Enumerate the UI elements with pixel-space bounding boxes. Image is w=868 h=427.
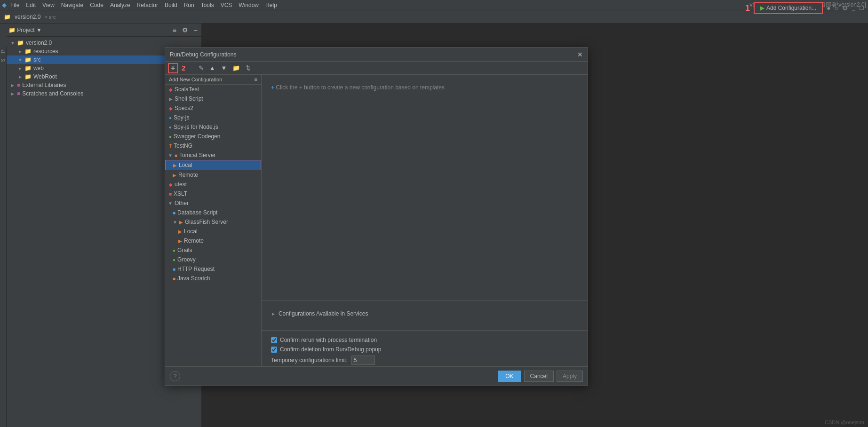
run-icon: ▶ bbox=[760, 5, 764, 11]
config-item-tomcat-local[interactable]: ▶ Local 3 bbox=[165, 160, 261, 170]
remove-config-button[interactable]: − bbox=[187, 63, 195, 72]
toolbar-move-button[interactable]: 📁 bbox=[231, 63, 242, 72]
checkbox-row-deletion[interactable]: Confirm deletion from Run/Debug popup bbox=[262, 345, 588, 354]
vtab-project[interactable]: P bbox=[0, 47, 7, 56]
separator-line bbox=[262, 300, 588, 301]
config-item-swagger[interactable]: ● Swagger Codegen bbox=[165, 132, 261, 141]
menu-help[interactable]: Help bbox=[263, 1, 280, 9]
config-item-http-request[interactable]: ■ HTTP Request bbox=[165, 264, 261, 274]
run-debug-dialog: Run/Debug Configurations ✕ + 2 − ✎ ▲ ▼ 📁… bbox=[165, 47, 588, 386]
config-available-section: ► Configurations Available in Services bbox=[262, 306, 588, 325]
config-item-utest[interactable]: ◆ utest bbox=[165, 180, 261, 189]
config-hint: + Click the + button to create a new con… bbox=[262, 75, 588, 100]
config-label: TestNG bbox=[174, 142, 192, 149]
config-available-header[interactable]: ► Configurations Available in Services bbox=[271, 310, 578, 317]
menu-navigate[interactable]: Navigate bbox=[58, 1, 86, 9]
confirm-deletion-checkbox[interactable] bbox=[271, 347, 277, 353]
config-list-panel: Add New Configuration ≡ ◆ ScalaTest ▶ Sh… bbox=[165, 75, 262, 366]
config-item-groovy[interactable]: ● Groovy bbox=[165, 255, 261, 264]
dialog-footer: ? OK Cancel Apply bbox=[165, 366, 588, 385]
project-name: version2.0 bbox=[15, 14, 40, 20]
sidebar-minimize[interactable]: − bbox=[192, 25, 199, 35]
sidebar-settings[interactable]: ⚙ bbox=[180, 25, 190, 35]
expand-icon: ► bbox=[10, 83, 15, 88]
confirm-rerun-checkbox[interactable] bbox=[271, 337, 277, 343]
config-label: Swagger Codegen bbox=[174, 133, 220, 140]
toolbar-settings-icon[interactable]: ⚙ bbox=[842, 4, 848, 12]
config-item-database-script[interactable]: ■ Database Script bbox=[165, 208, 261, 217]
glassfish-remote-icon: ▶ bbox=[178, 238, 182, 244]
config-item-scalatest[interactable]: ◆ ScalaTest bbox=[165, 85, 261, 94]
expand-icon: ▼ bbox=[10, 40, 15, 46]
toolbar-extra1[interactable]: ⎯ bbox=[852, 5, 855, 11]
copy-config-button[interactable]: ✎ bbox=[197, 63, 206, 72]
project-dropdown[interactable]: 📁 Project ▼ bbox=[8, 27, 42, 33]
menu-analyze[interactable]: Analyze bbox=[107, 1, 133, 9]
config-group-tomcat[interactable]: ▼ ■ Tomcat Server bbox=[165, 150, 261, 160]
menu-window[interactable]: Window bbox=[236, 1, 262, 9]
config-item-xslt[interactable]: ■ XSLT bbox=[165, 189, 261, 198]
chevron-right-icon: ► bbox=[271, 311, 276, 316]
tree-item-label: web bbox=[33, 65, 44, 71]
config-item-specs2[interactable]: ◆ Specs2 bbox=[165, 103, 261, 113]
config-item-spyjs-nodejs[interactable]: ● Spy-js for Node.js bbox=[165, 122, 261, 132]
config-group-glassfish[interactable]: ▼ ▶ GlassFish Server bbox=[165, 217, 261, 227]
menu-view[interactable]: View bbox=[40, 1, 57, 9]
config-label: XSLT bbox=[174, 190, 187, 197]
tree-item-label: Scratches and Consoles bbox=[22, 90, 83, 97]
toolbar-debug-icon[interactable]: ● bbox=[827, 4, 830, 12]
expand-icon: ► bbox=[18, 74, 23, 79]
config-label: Remote bbox=[178, 172, 198, 178]
sidebar-collapse-all[interactable]: ≡ bbox=[171, 25, 178, 35]
title-bar: 📁 version2.0 > src 1 ▶ Add Configuration… bbox=[0, 10, 868, 24]
folder-icon: 📁 bbox=[24, 56, 32, 63]
config-item-tomcat-remote[interactable]: ▶ Remote bbox=[165, 170, 261, 180]
folder-icon: 📁 bbox=[24, 73, 32, 80]
menu-run[interactable]: Run bbox=[181, 1, 197, 9]
add-configuration-button[interactable]: ▶ Add Configuration... bbox=[754, 2, 823, 14]
spyjs-node-icon: ● bbox=[169, 125, 172, 130]
dialog-close-button[interactable]: ✕ bbox=[577, 51, 583, 58]
config-item-testng[interactable]: T TestNG bbox=[165, 141, 261, 150]
menu-vcs[interactable]: VCS bbox=[218, 1, 235, 9]
menu-refactor[interactable]: Refactor bbox=[134, 1, 161, 9]
cancel-button[interactable]: Cancel bbox=[524, 371, 554, 382]
checkbox-row-rerun[interactable]: Confirm rerun with process termination bbox=[262, 335, 588, 345]
config-item-java-scratch[interactable]: ■ Java Scratch bbox=[165, 274, 261, 283]
toolbar-down-button[interactable]: ▼ bbox=[219, 63, 229, 72]
tree-item-version2[interactable]: ▼ 📁 version2.0 bbox=[7, 39, 201, 47]
menu-tools[interactable]: Tools bbox=[198, 1, 217, 9]
menu-file[interactable]: File bbox=[8, 1, 22, 9]
tree-item-label: src bbox=[33, 56, 41, 63]
help-button[interactable]: ? bbox=[170, 371, 180, 381]
utest-icon: ◆ bbox=[169, 182, 173, 187]
add-new-config-button[interactable]: + bbox=[168, 63, 178, 73]
config-scroll-area[interactable]: ◆ ScalaTest ▶ Shell Script ◆ Specs2 bbox=[165, 85, 261, 366]
expand-icon: ▼ bbox=[173, 220, 177, 225]
toolbar-extra2[interactable]: ☐ bbox=[859, 5, 864, 11]
toolbar-sort-button[interactable]: ⇅ bbox=[244, 63, 253, 72]
apply-button[interactable]: Apply bbox=[557, 371, 583, 382]
step1-number: 1 bbox=[745, 3, 750, 13]
menu-build[interactable]: Build bbox=[162, 1, 180, 9]
separator-line-2 bbox=[262, 330, 588, 331]
temp-limit-input[interactable] bbox=[351, 356, 375, 365]
toolbar-coverage-icon[interactable]: ○ bbox=[835, 4, 838, 12]
toolbar-up-button[interactable]: ▲ bbox=[207, 63, 217, 72]
xslt-icon: ■ bbox=[169, 191, 172, 197]
dialog-title-bar: Run/Debug Configurations ✕ bbox=[165, 47, 588, 62]
config-label: HTTP Request bbox=[177, 266, 215, 272]
menu-edit[interactable]: Edit bbox=[23, 1, 39, 9]
menu-code[interactable]: Code bbox=[87, 1, 106, 9]
config-group-other[interactable]: ▼ Other bbox=[165, 198, 261, 208]
config-group-label: GlassFish Server bbox=[185, 219, 228, 225]
config-item-spyjs[interactable]: ● Spy-js bbox=[165, 113, 261, 122]
config-item-glassfish-local[interactable]: ▶ Local bbox=[165, 227, 261, 236]
config-item-shell-script[interactable]: ▶ Shell Script bbox=[165, 94, 261, 103]
ok-button[interactable]: OK bbox=[498, 371, 521, 382]
config-item-grails[interactable]: ● Grails bbox=[165, 245, 261, 255]
vtab-structure[interactable]: S bbox=[0, 56, 7, 65]
temp-limit-row: Temporary configurations limit: bbox=[262, 354, 588, 366]
config-item-glassfish-remote[interactable]: ▶ Remote bbox=[165, 236, 261, 245]
specs-icon: ◆ bbox=[169, 106, 173, 111]
